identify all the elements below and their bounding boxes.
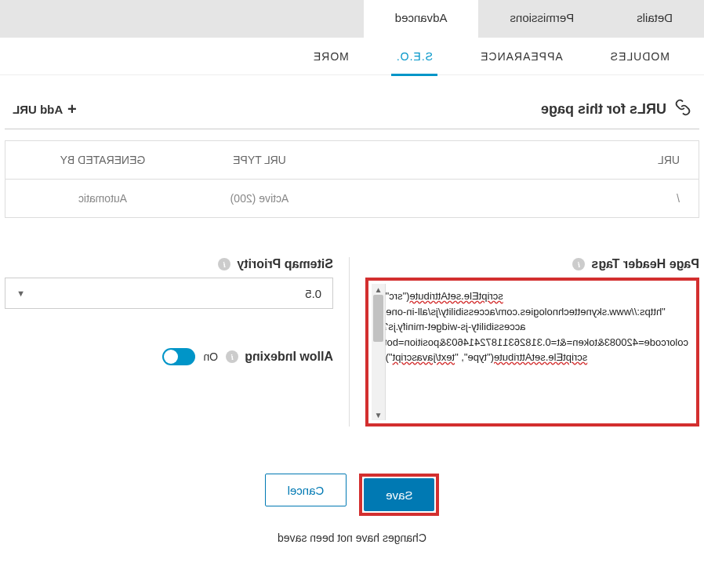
scroll-up-icon[interactable]: ▲ xyxy=(375,284,383,295)
subtab-modules[interactable]: MODULES xyxy=(586,38,693,75)
header-tags-textarea[interactable]: scriptEle.setAttribute("src", "https://w… xyxy=(365,278,699,426)
scroll-down-icon[interactable]: ▼ xyxy=(375,409,383,420)
add-url-label: Add URL xyxy=(13,103,63,116)
cancel-button[interactable]: Cancel xyxy=(265,474,347,506)
info-icon[interactable]: i xyxy=(226,350,238,363)
url-table-header: URL URL TYPE GENERATED BY xyxy=(5,141,699,180)
switch-knob xyxy=(164,350,178,364)
cell-generated: Automatic xyxy=(24,192,181,205)
unsaved-message: Changes have not been saved xyxy=(0,532,704,544)
tab-advanced[interactable]: Advanced xyxy=(364,0,479,38)
subtab-appearance[interactable]: APPEARANCE xyxy=(456,38,586,75)
link-icon xyxy=(674,99,691,119)
table-row[interactable]: / Active (200) Automatic xyxy=(5,180,699,217)
tab-permissions[interactable]: Permissions xyxy=(478,0,605,38)
chevron-down-icon: ▼ xyxy=(16,289,25,298)
save-highlight: Save xyxy=(359,474,439,516)
sitemap-value: 0.5 xyxy=(305,287,321,300)
subtab-seo[interactable]: S.E.O. xyxy=(372,38,456,75)
cell-type: Active (200) xyxy=(181,192,338,205)
button-row: Save Cancel xyxy=(0,474,704,516)
sitemap-label: Sitemap Priority i xyxy=(5,257,333,271)
header-tags-label: Page Header Tags i xyxy=(365,257,699,271)
scrollbar[interactable]: ▲ ▼ xyxy=(372,284,386,420)
plus-icon: + xyxy=(67,101,77,117)
subtab-more[interactable]: MORE xyxy=(289,38,372,75)
info-icon[interactable]: i xyxy=(218,258,230,270)
col-type-header: URL TYPE xyxy=(181,154,338,166)
header-tags-content: scriptEle.setAttribute("src", "https://w… xyxy=(372,284,693,420)
sub-tabs: MODULES APPEARANCE S.E.O. MORE xyxy=(0,38,704,75)
toggle-state: On xyxy=(203,350,218,363)
info-icon[interactable]: i xyxy=(572,258,585,270)
scroll-thumb[interactable] xyxy=(373,295,383,342)
main-tabs: Details Permissions Advanced xyxy=(0,0,704,38)
section-title: URLs for this page xyxy=(541,101,666,118)
allow-indexing-label: Allow Indexing i xyxy=(226,350,333,364)
allow-indexing-toggle[interactable] xyxy=(162,348,195,365)
add-url-button[interactable]: + Add URL xyxy=(13,101,77,117)
url-table: URL URL TYPE GENERATED BY / Active (200)… xyxy=(5,140,699,218)
save-button[interactable]: Save xyxy=(364,478,434,511)
tab-details[interactable]: Details xyxy=(605,0,704,38)
urls-section-header: URLs for this page + Add URL xyxy=(5,75,699,129)
cell-url: / xyxy=(338,192,680,205)
col-generated-header: GENERATED BY xyxy=(24,154,181,166)
sitemap-priority-select[interactable]: 0.5 ▼ xyxy=(5,278,333,309)
col-url-header: URL xyxy=(338,154,680,166)
